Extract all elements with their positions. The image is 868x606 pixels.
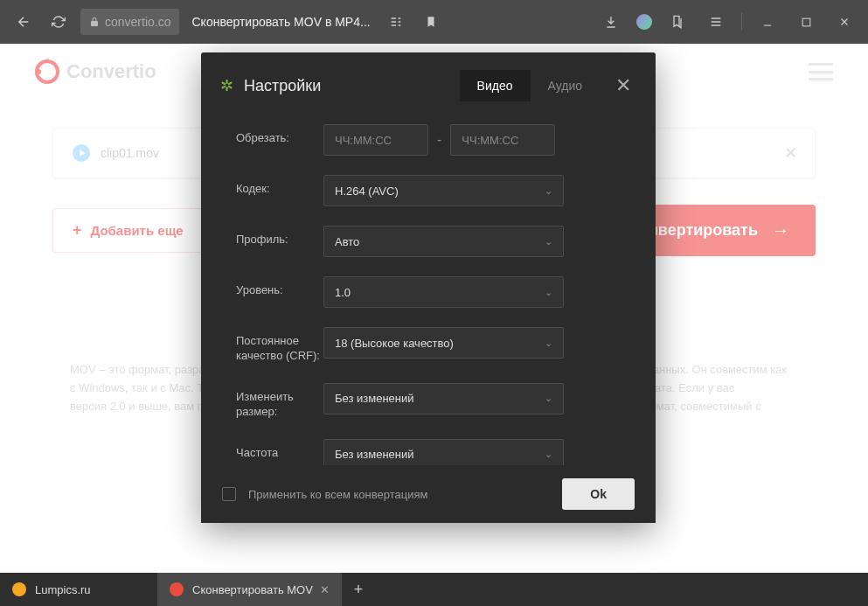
chevron-down-icon: ⌄: [545, 287, 552, 298]
trim-start-input[interactable]: [323, 124, 428, 156]
label-trim: Обрезать:: [236, 124, 323, 146]
url-domain: convertio.co: [105, 15, 170, 29]
settings-modal: ✲ Настройки Видео Аудио ✕ Обрезать: -: [201, 52, 656, 523]
ok-button[interactable]: Ok: [562, 478, 635, 510]
label-level: Уровень:: [236, 276, 323, 298]
label-codec: Кодек:: [236, 175, 323, 197]
browser-tab-2[interactable]: Сконвертировать MOV ✕: [157, 573, 342, 606]
browser-tabs: Lumpics.ru Сконвертировать MOV ✕ +: [0, 573, 868, 606]
level-select[interactable]: 1.0⌄: [323, 276, 564, 308]
menu-icon[interactable]: [703, 9, 729, 35]
label-profile: Профиль:: [236, 226, 323, 247]
browser-tab-1[interactable]: Lumpics.ru: [0, 573, 157, 606]
new-tab-button[interactable]: +: [342, 573, 375, 606]
lock-icon: [89, 17, 100, 27]
close-window-button[interactable]: [831, 9, 858, 35]
modal-close-button[interactable]: ✕: [610, 74, 636, 97]
download-icon[interactable]: [598, 9, 624, 35]
label-crf: Постоянное качество (CRF):: [236, 327, 323, 364]
favicon: [170, 582, 184, 596]
label-rate: Частота: [236, 439, 323, 461]
browser-toolbar: convertio.co Сконвертировать MOV в MP4..…: [0, 0, 868, 44]
reader-icon[interactable]: [383, 9, 409, 35]
back-button[interactable]: [10, 9, 37, 35]
resize-select[interactable]: Без изменений⌄: [323, 383, 564, 414]
favicon: [12, 582, 26, 596]
tab-label: Lumpics.ru: [35, 583, 91, 596]
address-bar[interactable]: convertio.co: [80, 9, 179, 35]
chevron-down-icon: ⌄: [545, 449, 552, 460]
rate-select[interactable]: Без изменений⌄: [323, 439, 564, 465]
maximize-button[interactable]: [793, 9, 819, 35]
gear-icon: ✲: [220, 76, 233, 95]
chevron-down-icon: ⌄: [545, 236, 552, 247]
chevron-down-icon: ⌄: [545, 338, 552, 349]
codec-select[interactable]: H.264 (AVC)⌄: [323, 175, 564, 206]
tab-label: Сконвертировать MOV: [192, 583, 313, 596]
profile-select[interactable]: Авто⌄: [323, 226, 564, 257]
page-content: Convertio clip01.mov ✕ + Добавить еще Ко…: [0, 44, 868, 573]
crf-select[interactable]: 18 (Высокое качество)⌄: [323, 327, 564, 359]
tab-close-button[interactable]: ✕: [320, 583, 330, 596]
apply-all-checkbox[interactable]: [222, 487, 236, 501]
svg-rect-0: [802, 18, 810, 26]
chevron-down-icon: ⌄: [545, 185, 552, 197]
trim-end-input[interactable]: [450, 124, 555, 156]
reload-button[interactable]: [45, 9, 72, 35]
modal-title: Настройки: [244, 77, 321, 95]
chevron-down-icon: ⌄: [545, 393, 552, 404]
page-title: Сконвертировать MOV в MP4...: [191, 15, 370, 29]
tab-audio[interactable]: Аудио: [531, 70, 601, 101]
tab-video[interactable]: Видео: [460, 70, 531, 101]
dash: -: [437, 132, 441, 148]
label-resize: Изменеить размер:: [236, 383, 323, 420]
minimize-button[interactable]: [754, 9, 781, 35]
apply-all-label: Применить ко всем конвертациям: [248, 488, 550, 501]
bookmark-icon[interactable]: [418, 9, 444, 35]
extension-icon[interactable]: [636, 14, 652, 30]
bookmarks-icon[interactable]: [664, 9, 691, 35]
